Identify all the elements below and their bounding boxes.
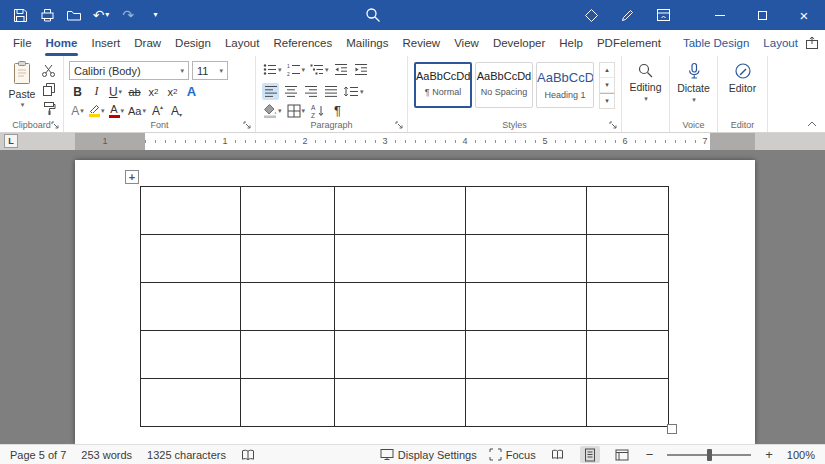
close-button[interactable]: ×: [783, 0, 825, 30]
increase-indent-button[interactable]: [353, 61, 370, 78]
table-cell[interactable]: [141, 379, 241, 427]
table-cell[interactable]: [335, 331, 466, 379]
font-color-button[interactable]: A ▾: [108, 102, 126, 119]
style-normal[interactable]: AaBbCcDd ¶ Normal: [414, 62, 472, 108]
customize-qat-button[interactable]: ▾: [145, 3, 165, 27]
table-resize-handle[interactable]: [667, 424, 677, 434]
save-button[interactable]: [10, 3, 30, 27]
text-effects-typography-button[interactable]: A ▾: [69, 102, 86, 119]
table-cell[interactable]: [141, 331, 241, 379]
font-size-combo[interactable]: 11 ▾: [192, 61, 228, 80]
underline-button[interactable]: U ▾: [107, 83, 124, 100]
sort-button[interactable]: AZ: [309, 102, 326, 119]
zoom-slider-thumb[interactable]: [707, 449, 712, 461]
paragraph-dialog-launcher[interactable]: [395, 121, 403, 129]
web-layout-button[interactable]: [612, 446, 632, 463]
table-cell[interactable]: [241, 187, 335, 235]
style-heading-1[interactable]: AaBbCcDd Heading 1: [536, 62, 594, 108]
redo-button[interactable]: ↷: [118, 3, 138, 27]
borders-button[interactable]: ▾: [286, 102, 307, 119]
zoom-in-button[interactable]: +: [763, 447, 775, 462]
text-highlight-button[interactable]: ▾: [88, 102, 106, 119]
align-right-button[interactable]: [302, 83, 319, 100]
table-cell[interactable]: [141, 187, 241, 235]
bold-button[interactable]: B: [69, 83, 86, 100]
superscript-button[interactable]: x2: [164, 83, 181, 100]
table-cell[interactable]: [335, 235, 466, 283]
format-painter-button[interactable]: [40, 100, 57, 116]
align-left-button[interactable]: [262, 83, 279, 100]
zoom-out-button[interactable]: −: [644, 447, 656, 462]
tab-stop-selector[interactable]: L: [4, 134, 18, 148]
tab-mailings[interactable]: Mailings: [339, 30, 395, 56]
undo-button[interactable]: ↶ ▾: [91, 3, 111, 27]
show-hide-marks-button[interactable]: ¶: [329, 102, 346, 119]
styles-dialog-launcher[interactable]: [609, 121, 617, 129]
decrease-indent-button[interactable]: [333, 61, 350, 78]
ribbon-display-options-button[interactable]: [653, 3, 673, 27]
table-cell[interactable]: [587, 235, 669, 283]
editor-button[interactable]: Editor: [718, 62, 767, 94]
styles-scroll-down-button[interactable]: ▾: [600, 78, 614, 93]
font-family-combo[interactable]: Calibri (Body) ▾: [69, 61, 189, 80]
table-cell[interactable]: [141, 235, 241, 283]
tab-references[interactable]: References: [266, 30, 339, 56]
tab-layout-contextual[interactable]: Layout: [756, 30, 805, 56]
focus-button[interactable]: Focus: [489, 448, 536, 461]
tab-layout[interactable]: Layout: [218, 30, 267, 56]
print-button[interactable]: [37, 3, 57, 27]
table-cell[interactable]: [241, 331, 335, 379]
table-cell[interactable]: [587, 283, 669, 331]
table-cell[interactable]: [335, 379, 466, 427]
zoom-level[interactable]: 100%: [787, 449, 815, 461]
display-settings-button[interactable]: Display Settings: [380, 448, 477, 461]
table-cell[interactable]: [335, 283, 466, 331]
table-cell[interactable]: [466, 379, 587, 427]
tab-draw[interactable]: Draw: [127, 30, 168, 56]
copy-button[interactable]: [40, 81, 57, 97]
tab-review[interactable]: Review: [395, 30, 447, 56]
share-button[interactable]: [805, 36, 819, 50]
tab-help[interactable]: Help: [552, 30, 590, 56]
tab-home[interactable]: Home: [39, 30, 85, 56]
clipboard-dialog-launcher[interactable]: [51, 121, 59, 129]
tab-view[interactable]: View: [447, 30, 486, 56]
dictate-button[interactable]: Dictate ▾: [670, 62, 717, 103]
open-button[interactable]: [64, 3, 84, 27]
tab-design[interactable]: Design: [168, 30, 218, 56]
styles-gallery-more-button[interactable]: ▾: [600, 93, 614, 108]
page-indicator[interactable]: Page 5 of 7: [10, 449, 66, 461]
subscript-button[interactable]: x2: [145, 83, 162, 100]
word-count[interactable]: 253 words: [81, 449, 132, 461]
table-cell[interactable]: [335, 187, 466, 235]
table-cell[interactable]: [241, 283, 335, 331]
bullets-button[interactable]: ▾: [262, 61, 283, 78]
addin-button[interactable]: [581, 3, 601, 27]
numbering-button[interactable]: 12 ▾: [286, 61, 307, 78]
document-page[interactable]: +: [75, 160, 755, 444]
print-layout-button[interactable]: [580, 446, 600, 463]
table-cell[interactable]: [466, 283, 587, 331]
tab-pdfelement[interactable]: PDFelement: [590, 30, 668, 56]
tab-developer[interactable]: Developer: [486, 30, 552, 56]
search-button[interactable]: [363, 3, 383, 27]
table-move-handle[interactable]: +: [125, 170, 139, 184]
collapse-ribbon-button[interactable]: [807, 121, 817, 127]
align-center-button[interactable]: [282, 83, 299, 100]
change-case-button[interactable]: Aa ▾: [127, 102, 147, 119]
minimize-button[interactable]: [699, 0, 741, 30]
tab-table-design[interactable]: Table Design: [676, 30, 756, 56]
italic-button[interactable]: I: [88, 83, 105, 100]
style-no-spacing[interactable]: AaBbCcDd No Spacing: [475, 62, 533, 108]
table-cell[interactable]: [466, 235, 587, 283]
cut-button[interactable]: [40, 62, 57, 78]
grow-font-button[interactable]: A ▴: [149, 102, 166, 119]
text-effects-button[interactable]: A: [183, 83, 200, 100]
ink-button[interactable]: [617, 3, 637, 27]
multilevel-list-button[interactable]: ▾: [309, 61, 330, 78]
table-cell[interactable]: [241, 235, 335, 283]
font-dialog-launcher[interactable]: [243, 121, 251, 129]
table-cell[interactable]: [587, 187, 669, 235]
strikethrough-button[interactable]: ab: [126, 83, 143, 100]
table-cell[interactable]: [466, 331, 587, 379]
